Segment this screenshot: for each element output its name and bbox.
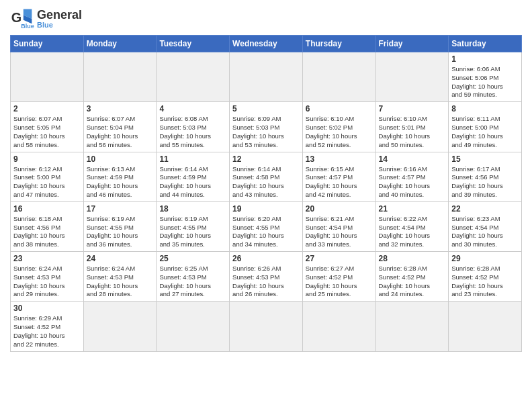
day-info: Sunrise: 6:24 AM Sunset: 4:53 PM Dayligh…	[13, 265, 81, 299]
day-info: Sunrise: 6:23 AM Sunset: 4:54 PM Dayligh…	[451, 215, 519, 249]
day-number: 24	[87, 254, 154, 263]
day-number: 14	[379, 154, 446, 164]
week-row-4: 16Sunrise: 6:18 AM Sunset: 4:56 PM Dayli…	[11, 201, 522, 251]
day-cell: 9Sunrise: 6:12 AM Sunset: 5:00 PM Daylig…	[11, 152, 84, 201]
weekday-sunday: Sunday	[11, 36, 84, 52]
day-info: Sunrise: 6:19 AM Sunset: 4:55 PM Dayligh…	[87, 215, 154, 249]
day-info: Sunrise: 6:26 AM Sunset: 4:53 PM Dayligh…	[232, 265, 300, 299]
day-cell: 8Sunrise: 6:11 AM Sunset: 5:00 PM Daylig…	[449, 102, 522, 152]
day-cell: 21Sunrise: 6:22 AM Sunset: 4:54 PM Dayli…	[375, 201, 449, 251]
day-cell	[157, 302, 230, 351]
day-cell: 22Sunrise: 6:23 AM Sunset: 4:54 PM Dayli…	[449, 201, 522, 251]
day-info: Sunrise: 6:14 AM Sunset: 4:59 PM Dayligh…	[159, 165, 226, 199]
svg-text:Blue: Blue	[21, 23, 34, 30]
day-info: Sunrise: 6:09 AM Sunset: 5:03 PM Dayligh…	[232, 115, 300, 149]
day-info: Sunrise: 6:22 AM Sunset: 4:54 PM Dayligh…	[379, 215, 446, 249]
weekday-friday: Friday	[375, 36, 449, 52]
day-number: 1	[451, 54, 519, 64]
day-cell	[157, 52, 230, 102]
day-number: 10	[87, 154, 154, 164]
header: G Blue General Blue	[10, 7, 522, 31]
day-cell	[83, 302, 157, 351]
weekday-tuesday: Tuesday	[157, 36, 230, 52]
day-number: 25	[159, 254, 226, 263]
day-number: 13	[306, 154, 373, 164]
day-number: 20	[306, 204, 373, 214]
day-cell: 18Sunrise: 6:19 AM Sunset: 4:55 PM Dayli…	[157, 201, 230, 251]
day-number: 18	[159, 204, 226, 214]
day-number: 3	[87, 104, 154, 113]
day-cell: 28Sunrise: 6:28 AM Sunset: 4:52 PM Dayli…	[375, 252, 449, 302]
day-number: 9	[13, 154, 81, 164]
day-info: Sunrise: 6:06 AM Sunset: 5:06 PM Dayligh…	[451, 65, 519, 99]
day-cell	[302, 52, 375, 102]
day-info: Sunrise: 6:29 AM Sunset: 4:52 PM Dayligh…	[13, 314, 81, 349]
day-cell: 10Sunrise: 6:13 AM Sunset: 4:59 PM Dayli…	[83, 152, 157, 201]
day-cell: 15Sunrise: 6:17 AM Sunset: 4:56 PM Dayli…	[449, 152, 522, 201]
day-cell: 5Sunrise: 6:09 AM Sunset: 5:03 PM Daylig…	[230, 102, 303, 152]
week-row-5: 23Sunrise: 6:24 AM Sunset: 4:53 PM Dayli…	[11, 252, 522, 302]
day-cell: 16Sunrise: 6:18 AM Sunset: 4:56 PM Dayli…	[11, 201, 84, 251]
day-cell: 6Sunrise: 6:10 AM Sunset: 5:02 PM Daylig…	[302, 102, 375, 152]
day-info: Sunrise: 6:12 AM Sunset: 5:00 PM Dayligh…	[13, 165, 81, 199]
day-cell	[230, 302, 303, 351]
day-cell: 20Sunrise: 6:21 AM Sunset: 4:54 PM Dayli…	[302, 201, 375, 251]
day-cell	[302, 302, 375, 351]
day-number: 17	[87, 204, 154, 214]
day-number: 27	[306, 254, 373, 263]
day-cell: 30Sunrise: 6:29 AM Sunset: 4:52 PM Dayli…	[11, 302, 84, 351]
day-cell	[449, 302, 522, 351]
day-number: 5	[232, 104, 300, 113]
day-number: 4	[159, 104, 226, 113]
week-row-3: 9Sunrise: 6:12 AM Sunset: 5:00 PM Daylig…	[11, 152, 522, 201]
day-info: Sunrise: 6:20 AM Sunset: 4:55 PM Dayligh…	[232, 215, 300, 249]
day-info: Sunrise: 6:15 AM Sunset: 4:57 PM Dayligh…	[306, 165, 373, 199]
logo: G Blue General Blue	[10, 7, 82, 31]
day-cell: 13Sunrise: 6:15 AM Sunset: 4:57 PM Dayli…	[302, 152, 375, 201]
day-info: Sunrise: 6:13 AM Sunset: 4:59 PM Dayligh…	[87, 165, 154, 199]
day-cell: 25Sunrise: 6:25 AM Sunset: 4:53 PM Dayli…	[157, 252, 230, 302]
day-info: Sunrise: 6:16 AM Sunset: 4:57 PM Dayligh…	[379, 165, 446, 199]
day-cell: 4Sunrise: 6:08 AM Sunset: 5:03 PM Daylig…	[157, 102, 230, 152]
day-cell: 7Sunrise: 6:10 AM Sunset: 5:01 PM Daylig…	[375, 102, 449, 152]
day-number: 26	[232, 254, 300, 263]
day-cell: 1Sunrise: 6:06 AM Sunset: 5:06 PM Daylig…	[449, 52, 522, 102]
svg-text:G: G	[11, 10, 21, 25]
general-blue-icon: G Blue	[10, 7, 34, 31]
day-number: 11	[159, 154, 226, 164]
day-number: 19	[232, 204, 300, 214]
day-cell: 17Sunrise: 6:19 AM Sunset: 4:55 PM Dayli…	[83, 201, 157, 251]
day-info: Sunrise: 6:10 AM Sunset: 5:02 PM Dayligh…	[306, 115, 373, 149]
day-cell: 24Sunrise: 6:24 AM Sunset: 4:53 PM Dayli…	[83, 252, 157, 302]
day-info: Sunrise: 6:08 AM Sunset: 5:03 PM Dayligh…	[159, 115, 226, 149]
weekday-monday: Monday	[83, 36, 157, 52]
calendar-table: SundayMondayTuesdayWednesdayThursdayFrid…	[10, 35, 522, 352]
weekday-saturday: Saturday	[449, 36, 522, 52]
day-info: Sunrise: 6:10 AM Sunset: 5:01 PM Dayligh…	[379, 115, 446, 149]
day-info: Sunrise: 6:21 AM Sunset: 4:54 PM Dayligh…	[306, 215, 373, 249]
day-info: Sunrise: 6:19 AM Sunset: 4:55 PM Dayligh…	[159, 215, 226, 249]
day-info: Sunrise: 6:18 AM Sunset: 4:56 PM Dayligh…	[13, 215, 81, 249]
day-number: 8	[451, 104, 519, 113]
day-number: 7	[379, 104, 446, 113]
day-info: Sunrise: 6:27 AM Sunset: 4:52 PM Dayligh…	[306, 265, 373, 299]
day-cell	[11, 52, 84, 102]
weekday-wednesday: Wednesday	[230, 36, 303, 52]
week-row-6: 30Sunrise: 6:29 AM Sunset: 4:52 PM Dayli…	[11, 302, 522, 351]
day-cell	[230, 52, 303, 102]
day-number: 2	[13, 104, 81, 113]
week-row-1: 1Sunrise: 6:06 AM Sunset: 5:06 PM Daylig…	[11, 52, 522, 102]
day-cell: 11Sunrise: 6:14 AM Sunset: 4:59 PM Dayli…	[157, 152, 230, 201]
day-cell: 12Sunrise: 6:14 AM Sunset: 4:58 PM Dayli…	[230, 152, 303, 201]
day-info: Sunrise: 6:17 AM Sunset: 4:56 PM Dayligh…	[451, 165, 519, 199]
day-info: Sunrise: 6:14 AM Sunset: 4:58 PM Dayligh…	[232, 165, 300, 199]
day-number: 16	[13, 204, 81, 214]
day-number: 12	[232, 154, 300, 164]
day-cell: 26Sunrise: 6:26 AM Sunset: 4:53 PM Dayli…	[230, 252, 303, 302]
day-cell: 3Sunrise: 6:07 AM Sunset: 5:04 PM Daylig…	[83, 102, 157, 152]
day-number: 30	[13, 304, 81, 313]
day-info: Sunrise: 6:24 AM Sunset: 4:53 PM Dayligh…	[87, 265, 154, 299]
day-cell: 2Sunrise: 6:07 AM Sunset: 5:05 PM Daylig…	[11, 102, 84, 152]
weekday-header-row: SundayMondayTuesdayWednesdayThursdayFrid…	[11, 36, 522, 52]
day-info: Sunrise: 6:28 AM Sunset: 4:52 PM Dayligh…	[379, 265, 446, 299]
